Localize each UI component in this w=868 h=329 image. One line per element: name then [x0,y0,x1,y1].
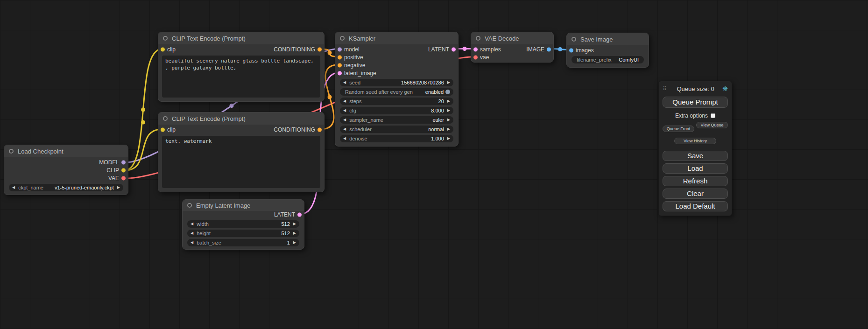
increment-arrow-icon[interactable]: ▶ [293,241,296,245]
decrement-arrow-icon[interactable]: ◀ [343,109,346,112]
collapse-dot-icon[interactable] [340,36,345,41]
scheduler-widget[interactable]: ◀ scheduler normal ▶ [340,126,453,133]
node-title: CLIP Text Encode (Prompt) [172,35,246,42]
node-load-checkpoint[interactable]: Load Checkpoint MODEL CLIP VAE ◀ ckpt_na… [4,145,128,195]
node-vae-decode[interactable]: VAE Decode samples IMAGE vae [471,32,554,63]
decrement-arrow-icon[interactable]: ◀ [191,241,193,245]
node-header[interactable]: VAE Decode [471,32,553,44]
output-row-clip: CLIP [4,166,128,174]
node-clip-text-encode-positive[interactable]: CLIP Text Encode (Prompt) clip CONDITION… [158,32,325,102]
extra-options-checkbox[interactable] [711,113,715,118]
output-slot-latent[interactable] [452,47,456,51]
widget-label: sampler_name [349,117,383,123]
decrement-arrow-icon[interactable]: ◀ [191,231,193,235]
node-title: CLIP Text Encode (Prompt) [172,115,246,122]
next-value-arrow-icon[interactable]: ▶ [117,186,120,189]
output-slot-latent[interactable] [297,213,302,217]
increment-arrow-icon[interactable]: ▶ [447,137,450,140]
node-graph-canvas[interactable]: Load Checkpoint MODEL CLIP VAE ◀ ckpt_na… [0,0,868,329]
next-value-arrow-icon[interactable]: ▶ [447,118,450,122]
denoise-widget[interactable]: ◀ denoise 1.000 ▶ [340,135,453,142]
next-value-arrow-icon[interactable]: ▶ [447,127,450,131]
input-slot-clip[interactable] [161,48,165,52]
input-slot-images[interactable] [569,48,573,52]
collapse-dot-icon[interactable] [476,36,480,41]
collapse-dot-icon[interactable] [572,37,576,42]
input-slot-positive[interactable] [338,55,342,59]
widget-value: 512 [281,231,289,236]
drag-handle-icon[interactable]: ⠿ [663,85,667,92]
load-button[interactable]: Load [663,163,728,174]
input-slot-vae[interactable] [473,55,478,59]
prev-value-arrow-icon[interactable]: ◀ [343,127,346,131]
extra-options-row: Extra options [663,112,728,119]
decrement-arrow-icon[interactable]: ◀ [191,222,193,226]
input-label-clip: clip [167,46,176,53]
sampler-name-widget[interactable]: ◀ sampler_name euler ▶ [340,116,453,124]
save-button[interactable]: Save [663,151,728,161]
steps-widget[interactable]: ◀ steps 20 ▶ [340,98,453,105]
node-title: VAE Decode [485,35,519,42]
filename-prefix-widget[interactable]: filename_prefix ComfyUI [572,56,644,63]
collapse-dot-icon[interactable] [163,116,168,121]
node-ksampler[interactable]: KSampler model LATENT positive negative … [335,32,459,147]
output-slot-conditioning[interactable] [318,48,322,52]
view-history-button[interactable]: View History [674,138,716,144]
clear-button[interactable]: Clear [663,189,728,199]
toggle-dot-icon[interactable] [445,90,450,94]
cfg-widget[interactable]: ◀ cfg 8.000 ▶ [340,107,453,114]
view-queue-button[interactable]: View Queue [696,122,728,128]
output-slot-model[interactable] [121,160,126,164]
input-slot-latent-image[interactable] [338,71,342,75]
increment-arrow-icon[interactable]: ▶ [293,231,296,235]
node-header[interactable]: Load Checkpoint [4,145,128,157]
output-slot-clip[interactable] [121,168,126,172]
queue-front-button[interactable]: Queue Front [663,126,694,132]
negative-prompt-textarea[interactable]: text, watermark [162,136,320,188]
collapse-dot-icon[interactable] [187,203,192,208]
node-header[interactable]: Empty Latent Image [183,200,304,211]
widget-value: 1 [287,240,290,245]
increment-arrow-icon[interactable]: ▶ [293,222,296,226]
input-slot-negative[interactable] [338,63,342,67]
input-slot-model[interactable] [338,47,342,51]
prev-value-arrow-icon[interactable]: ◀ [343,118,346,122]
positive-prompt-textarea[interactable]: beautiful scenery nature glass bottle la… [162,56,320,98]
collapse-dot-icon[interactable] [9,149,14,154]
output-slot-image[interactable] [547,47,551,51]
input-slot-samples[interactable] [473,47,478,51]
widget-label: Random seed after every gen [345,89,413,95]
input-slot-clip[interactable] [161,128,165,132]
io-row: clip CONDITIONING [158,44,324,55]
increment-arrow-icon[interactable]: ▶ [447,99,450,103]
node-header[interactable]: KSampler [335,32,458,44]
node-header[interactable]: CLIP Text Encode (Prompt) [158,32,324,44]
node-empty-latent-image[interactable]: Empty Latent Image LATENT ◀ width 512 ▶ … [182,199,304,250]
node-header[interactable]: CLIP Text Encode (Prompt) [158,112,324,125]
input-row-images: images [567,46,649,54]
node-save-image[interactable]: Save Image images filename_prefix ComfyU… [566,33,649,68]
settings-gear-icon[interactable]: ❋ [722,85,728,92]
width-widget[interactable]: ◀ width 512 ▶ [187,220,299,228]
output-slot-conditioning[interactable] [318,128,322,132]
seed-widget[interactable]: ◀ seed 156680208700286 ▶ [340,79,453,86]
increment-arrow-icon[interactable]: ▶ [447,81,450,84]
decrement-arrow-icon[interactable]: ◀ [343,81,346,84]
node-header[interactable]: Save Image [567,33,649,45]
decrement-arrow-icon[interactable]: ◀ [343,99,346,103]
queue-prompt-button[interactable]: Queue Prompt [663,97,728,108]
node-clip-text-encode-negative[interactable]: CLIP Text Encode (Prompt) clip CONDITION… [158,112,325,192]
refresh-button[interactable]: Refresh [663,176,728,186]
ckpt-name-widget[interactable]: ◀ ckpt_name v1-5-pruned-emaonly.ckpt ▶ [9,184,123,191]
height-widget[interactable]: ◀ height 512 ▶ [187,230,299,237]
increment-arrow-icon[interactable]: ▶ [447,109,450,112]
decrement-arrow-icon[interactable]: ◀ [343,137,346,140]
load-default-button[interactable]: Load Default [663,201,728,211]
prev-value-arrow-icon[interactable]: ◀ [12,186,15,189]
random-seed-toggle-widget[interactable]: Random seed after every gen enabled [340,88,453,96]
input-label-positive: positive [344,54,363,61]
batch-size-widget[interactable]: ◀ batch_size 1 ▶ [187,239,299,246]
collapse-dot-icon[interactable] [163,36,168,41]
queue-panel: ⠿ Queue size: 0 ❋ Queue Prompt Extra opt… [658,81,732,216]
output-slot-vae[interactable] [121,176,126,180]
